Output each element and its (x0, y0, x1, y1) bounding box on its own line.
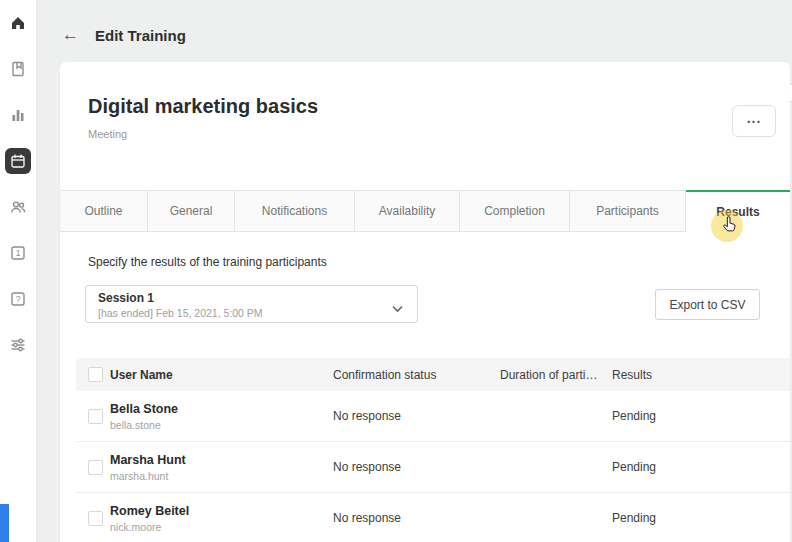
more-options-button[interactable]: ... (732, 105, 776, 137)
training-title: Digital marketing basics (88, 95, 318, 118)
confirmation-status: No response (333, 511, 500, 525)
back-button[interactable]: ← (62, 25, 79, 45)
page-title: Edit Training (95, 27, 186, 44)
reports-icon[interactable] (0, 92, 36, 138)
table-row: Romey Beitel nick.moore No response Pend… (76, 493, 790, 542)
tab-availability[interactable]: Availability (355, 190, 460, 232)
settings-icon[interactable] (0, 322, 36, 368)
tab-outline[interactable]: Outline (60, 190, 148, 232)
home-icon[interactable] (0, 0, 36, 46)
user-login: nick.moore (110, 521, 333, 533)
partial-blue-element (0, 504, 9, 542)
export-csv-button[interactable]: Export to CSV (655, 289, 760, 320)
svg-text:?: ? (16, 294, 21, 304)
user-login: marsha.hunt (110, 470, 333, 482)
sidebar: 1 ? (0, 0, 37, 542)
column-results: Results (612, 368, 790, 382)
row-checkbox[interactable] (88, 511, 103, 526)
training-card: Digital marketing basics Meeting ... Out… (60, 62, 790, 542)
result-status: Pending (612, 460, 790, 474)
training-type-label: Meeting (88, 128, 127, 140)
column-user-name: User Name (110, 368, 333, 382)
session-details: [has ended] Feb 15, 2021, 5:00 PM (98, 307, 405, 319)
user-name: Romey Beitel (110, 504, 333, 518)
row-checkbox[interactable] (88, 460, 103, 475)
select-all-checkbox[interactable] (88, 367, 103, 382)
column-duration: Duration of parti… (500, 368, 612, 382)
column-confirmation-status: Confirmation status (333, 368, 500, 382)
row-checkbox[interactable] (88, 409, 103, 424)
hand-cursor-icon (719, 215, 739, 239)
calendar-icon (5, 148, 31, 174)
people-icon[interactable] (0, 184, 36, 230)
user-name: Bella Stone (110, 402, 333, 416)
chevron-down-icon (392, 299, 403, 317)
result-status: Pending (612, 511, 790, 525)
table-header-row: User Name Confirmation status Duration o… (76, 358, 790, 391)
table-row: Bella Stone bella.stone No response Pend… (76, 391, 790, 442)
session-name: Session 1 (98, 291, 405, 305)
user-login: bella.stone (110, 419, 333, 431)
svg-text:1: 1 (16, 248, 21, 258)
tab-bar: Outline General Notifications Availabili… (60, 190, 790, 232)
confirmation-status: No response (333, 409, 500, 423)
table-row: Marsha Hunt marsha.hunt No response Pend… (76, 442, 790, 493)
edit-training-page: 1 ? ← Edit Training Digital marketing ba… (0, 0, 792, 542)
tab-general[interactable]: General (148, 190, 235, 232)
tab-completion[interactable]: Completion (460, 190, 570, 232)
tab-notifications[interactable]: Notifications (235, 190, 355, 232)
session-dropdown[interactable]: Session 1 [has ended] Feb 15, 2021, 5:00… (85, 285, 418, 323)
results-table: User Name Confirmation status Duration o… (76, 358, 790, 542)
calendar-icon-active[interactable] (0, 138, 36, 184)
support-icon[interactable]: ? (0, 276, 36, 322)
confirmation-status: No response (333, 460, 500, 474)
tab-participants[interactable]: Participants (570, 190, 686, 232)
content-icon[interactable]: 1 (0, 230, 36, 276)
library-icon[interactable] (0, 46, 36, 92)
result-status: Pending (612, 409, 790, 423)
results-description: Specify the results of the training part… (88, 255, 327, 269)
user-name: Marsha Hunt (110, 453, 333, 467)
